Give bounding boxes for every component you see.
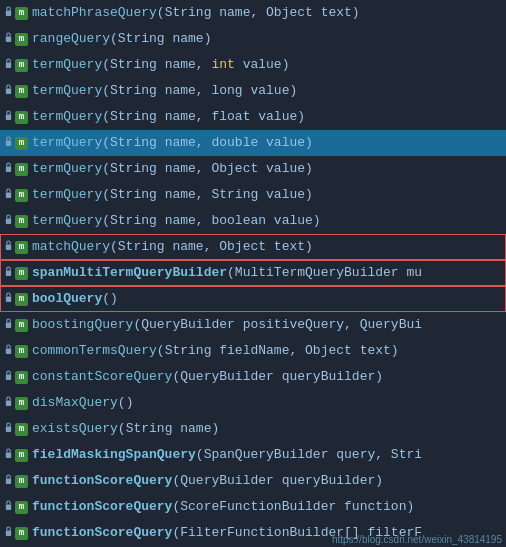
code-text: termQuery(String name, double value) [32, 130, 313, 156]
code-text: termQuery(String name, int value) [32, 52, 289, 78]
svg-rect-20 [6, 530, 11, 535]
code-text: fieldMaskingSpanQuery(SpanQueryBuilder q… [32, 442, 422, 468]
svg-rect-3 [6, 88, 11, 93]
fn-name: termQuery [32, 187, 102, 202]
m-icon: m [15, 7, 28, 20]
code-text: boolQuery() [32, 286, 118, 312]
lock-icon [4, 474, 13, 489]
list-item[interactable]: mfunctionScoreQuery(ScoreFunctionBuilder… [0, 494, 506, 520]
lock-icon [4, 266, 13, 281]
svg-rect-11 [6, 296, 11, 301]
fn-name: functionScoreQuery [32, 499, 172, 514]
svg-rect-19 [6, 504, 11, 509]
svg-rect-7 [6, 192, 11, 197]
list-item[interactable]: mtermQuery(String name, int value) [0, 52, 506, 78]
list-item[interactable]: mexistsQuery(String name) [0, 416, 506, 442]
m-icon: m [15, 137, 28, 150]
icon-area: m [4, 188, 32, 203]
fn-name: matchQuery [32, 239, 110, 254]
list-item[interactable]: mrangeQuery(String name) [0, 26, 506, 52]
code-text: rangeQuery(String name) [32, 26, 211, 52]
icon-area: m [4, 526, 32, 541]
lock-icon [4, 6, 13, 21]
icon-area: m [4, 422, 32, 437]
list-item[interactable]: mtermQuery(String name, long value) [0, 78, 506, 104]
code-text: spanMultiTermQueryBuilder(MultiTermQuery… [32, 260, 422, 286]
svg-rect-13 [6, 348, 11, 353]
icon-area: m [4, 396, 32, 411]
lock-icon [4, 162, 13, 177]
code-text: disMaxQuery() [32, 390, 133, 416]
svg-rect-15 [6, 400, 11, 405]
svg-rect-8 [6, 218, 11, 223]
list-item[interactable]: mfieldMaskingSpanQuery(SpanQueryBuilder … [0, 442, 506, 468]
lock-icon [4, 396, 13, 411]
fn-name: functionScoreQuery [32, 473, 172, 488]
code-text: constantScoreQuery(QueryBuilder queryBui… [32, 364, 383, 390]
m-icon: m [15, 345, 28, 358]
svg-rect-17 [6, 452, 11, 457]
icon-area: m [4, 32, 32, 47]
code-text: functionScoreQuery(ScoreFunctionBuilder … [32, 494, 414, 520]
list-item[interactable]: mtermQuery(String name, String value) [0, 182, 506, 208]
code-panel: mmatchPhraseQuery(String name, Object te… [0, 0, 506, 547]
svg-rect-1 [6, 36, 11, 41]
code-text: termQuery(String name, float value) [32, 104, 305, 130]
svg-rect-5 [6, 140, 11, 145]
icon-area: m [4, 500, 32, 515]
icon-area: m [4, 58, 32, 73]
list-item[interactable]: mfunctionScoreQuery(QueryBuilder queryBu… [0, 468, 506, 494]
fn-name: disMaxQuery [32, 395, 118, 410]
list-item[interactable]: mboostingQuery(QueryBuilder positiveQuer… [0, 312, 506, 338]
svg-rect-14 [6, 374, 11, 379]
list-item[interactable]: mtermQuery(String name, float value) [0, 104, 506, 130]
svg-rect-10 [6, 270, 11, 275]
svg-rect-2 [6, 62, 11, 67]
svg-rect-12 [6, 322, 11, 327]
svg-rect-9 [6, 244, 11, 249]
icon-area: m [4, 110, 32, 125]
list-item[interactable]: mcommonTermsQuery(String fieldName, Obje… [0, 338, 506, 364]
list-item[interactable]: mspanMultiTermQueryBuilder(MultiTermQuer… [0, 260, 506, 286]
lock-icon [4, 500, 13, 515]
m-icon: m [15, 449, 28, 462]
icon-area: m [4, 136, 32, 151]
fn-name: termQuery [32, 161, 102, 176]
fn-name: existsQuery [32, 421, 118, 436]
list-item[interactable]: mdisMaxQuery() [0, 390, 506, 416]
icon-area: m [4, 162, 32, 177]
code-text: termQuery(String name, String value) [32, 182, 313, 208]
icon-area: m [4, 6, 32, 21]
m-icon: m [15, 475, 28, 488]
list-item[interactable]: mtermQuery(String name, Object value) [0, 156, 506, 182]
lock-icon [4, 526, 13, 541]
fn-name: matchPhraseQuery [32, 5, 157, 20]
list-item[interactable]: mconstantScoreQuery(QueryBuilder queryBu… [0, 364, 506, 390]
icon-area: m [4, 266, 32, 281]
svg-rect-18 [6, 478, 11, 483]
code-text: matchPhraseQuery(String name, Object tex… [32, 0, 360, 26]
watermark: https://blog.csdn.net/weixin_43814195 [332, 534, 506, 545]
method-list: mmatchPhraseQuery(String name, Object te… [0, 0, 506, 547]
code-text: matchQuery(String name, Object text) [32, 234, 313, 260]
list-item[interactable]: mmatchPhraseQuery(String name, Object te… [0, 0, 506, 26]
svg-rect-16 [6, 426, 11, 431]
fn-name: commonTermsQuery [32, 343, 157, 358]
lock-icon [4, 214, 13, 229]
list-item[interactable]: mboolQuery() [0, 286, 506, 312]
list-item[interactable]: mtermQuery(String name, boolean value) [0, 208, 506, 234]
lock-icon [4, 136, 13, 151]
list-item[interactable]: mmatchQuery(String name, Object text) [0, 234, 506, 260]
lock-icon [4, 84, 13, 99]
lock-icon [4, 448, 13, 463]
fn-name: termQuery [32, 57, 102, 72]
m-icon: m [15, 111, 28, 124]
icon-area: m [4, 240, 32, 255]
m-icon: m [15, 527, 28, 540]
code-text: termQuery(String name, long value) [32, 78, 297, 104]
fn-name: boolQuery [32, 291, 102, 306]
lock-icon [4, 370, 13, 385]
icon-area: m [4, 344, 32, 359]
list-item[interactable]: mtermQuery(String name, double value) [0, 130, 506, 156]
code-text: boostingQuery(QueryBuilder positiveQuery… [32, 312, 422, 338]
